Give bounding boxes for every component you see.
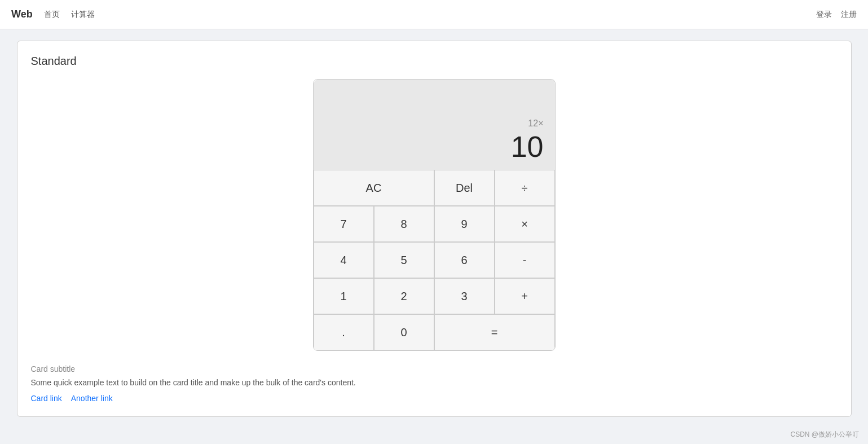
calc-btn-add[interactable]: +: [495, 278, 555, 314]
calc-btn-5[interactable]: 5: [374, 242, 434, 278]
navbar-login[interactable]: 登录: [816, 10, 832, 20]
calc-btn-1[interactable]: 1: [314, 278, 374, 314]
calc-btn-7[interactable]: 7: [314, 206, 374, 242]
calc-btn-3[interactable]: 3: [434, 278, 495, 314]
navbar-right: 登录 注册: [816, 10, 857, 20]
calc-btn-dot[interactable]: .: [314, 314, 374, 350]
navbar-link-calculator[interactable]: 计算器: [71, 10, 95, 20]
card-title: Standard: [31, 55, 838, 68]
calc-btn-4[interactable]: 4: [314, 242, 374, 278]
navbar-register[interactable]: 注册: [841, 10, 857, 20]
navbar: Web 首页 计算器 登录 注册: [0, 0, 868, 29]
calc-btn-ac[interactable]: AC: [314, 170, 434, 206]
calc-btn-6[interactable]: 6: [434, 242, 495, 278]
card-links: Card link Another link: [31, 394, 838, 403]
card-subtitle: Card subtitle: [31, 364, 838, 373]
calc-btn-2[interactable]: 2: [374, 278, 434, 314]
calc-btn-9[interactable]: 9: [434, 206, 495, 242]
calc-display: 12× 10: [314, 80, 555, 170]
calc-btn-mul[interactable]: ×: [495, 206, 555, 242]
navbar-brand: Web: [11, 8, 33, 20]
calc-result: 10: [511, 131, 544, 163]
calc-btn-8[interactable]: 8: [374, 206, 434, 242]
calc-btn-eq[interactable]: =: [434, 314, 555, 350]
card: Standard 12× 10 ACDel÷789×456-123+.0= Ca…: [17, 41, 852, 417]
navbar-link-home[interactable]: 首页: [44, 10, 60, 20]
page-footer: CSDN @傲娇小公举叮: [781, 425, 868, 444]
navbar-left: Web 首页 计算器: [11, 8, 95, 20]
calc-btn-del[interactable]: Del: [434, 170, 495, 206]
calc-btn-0[interactable]: 0: [374, 314, 434, 350]
card-link-2[interactable]: Another link: [71, 394, 113, 403]
calc-btn-div[interactable]: ÷: [495, 170, 555, 206]
calc-buttons: ACDel÷789×456-123+.0=: [314, 170, 555, 350]
card-link-1[interactable]: Card link: [31, 394, 62, 403]
calc-expression: 12×: [528, 118, 543, 129]
footer-credit: CSDN @傲娇小公举叮: [790, 430, 859, 438]
calculator-wrapper: 12× 10 ACDel÷789×456-123+.0=: [31, 79, 838, 351]
main-content: Standard 12× 10 ACDel÷789×456-123+.0= Ca…: [0, 29, 868, 428]
card-text: Some quick example text to build on the …: [31, 378, 838, 387]
calc-btn-sub[interactable]: -: [495, 242, 555, 278]
calculator: 12× 10 ACDel÷789×456-123+.0=: [313, 79, 556, 351]
